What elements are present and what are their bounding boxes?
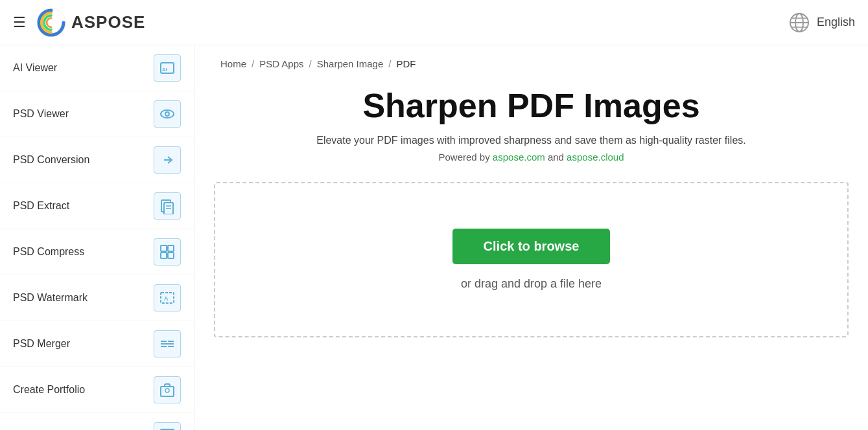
page-title: Sharpen PDF Images [220,87,842,124]
sidebar: AI Viewer AI PSD Viewer PSD Conversion [0,45,194,430]
sidebar-label-create-portfolio: Create Portfolio [13,384,85,396]
breadcrumb-sep-2: / [309,58,312,69]
psd-conversion-icon [154,146,181,174]
sidebar-item-psd-viewer[interactable]: PSD Viewer [0,91,194,137]
breadcrumb-current: PDF [396,58,416,69]
main-content: Home / PSD Apps / Sharpen Image / PDF Sh… [194,45,868,430]
svg-point-28 [165,389,169,392]
svg-text:AI: AI [162,67,167,73]
sidebar-label-psd-watermark: PSD Watermark [13,292,88,304]
svg-rect-16 [161,253,167,258]
powered-by: Powered by aspose.com and aspose.cloud [220,152,842,163]
psd-template-editor-icon [154,422,181,430]
sidebar-item-psd-compress[interactable]: PSD Compress [0,229,194,275]
svg-point-9 [165,112,169,116]
sidebar-item-psd-watermark[interactable]: PSD Watermark A [0,275,194,321]
sidebar-label-ai-viewer: AI Viewer [13,62,57,74]
sidebar-item-create-portfolio[interactable]: Create Portfolio [0,367,194,413]
svg-rect-14 [161,245,167,251]
sidebar-item-psd-merger[interactable]: PSD Merger [0,321,194,367]
drag-drop-text: or drag and drop a file here [461,277,602,291]
logo-area: ASPOSE [36,8,145,38]
sidebar-item-psd-extract[interactable]: PSD Extract [0,183,194,229]
logo-text: ASPOSE [71,12,145,32]
sidebar-label-psd-compress: PSD Compress [13,246,84,258]
psd-extract-icon [154,192,181,220]
powered-by-prefix: Powered by [438,152,492,163]
globe-icon [788,12,810,34]
breadcrumb-sep-1: / [252,58,254,69]
svg-text:A: A [164,295,169,302]
svg-point-8 [161,110,174,118]
language-label: English [817,16,855,29]
create-portfolio-icon [154,376,181,403]
psd-watermark-icon: A [154,284,181,311]
breadcrumb-psd-apps[interactable]: PSD Apps [259,58,303,69]
svg-rect-15 [168,245,174,251]
sidebar-item-ai-viewer[interactable]: AI Viewer AI [0,45,194,91]
psd-merger-icon [154,330,181,357]
ai-viewer-icon: AI [154,54,181,82]
psd-compress-icon [154,238,181,266]
aspose-cloud-link[interactable]: aspose.cloud [567,152,624,163]
drop-zone[interactable]: Click to browse or drag and drop a file … [214,182,849,337]
header-left: ☰ ASPOSE [13,8,145,38]
powered-by-and: and [545,152,567,163]
browse-button[interactable]: Click to browse [452,229,611,264]
language-selector[interactable]: English [788,12,855,34]
sidebar-item-psd-template-editor[interactable]: PSD Template Editor [0,413,194,430]
subtitle: Elevate your PDF images with improved sh… [220,135,842,146]
breadcrumb-home[interactable]: Home [220,58,246,69]
sidebar-label-psd-conversion: PSD Conversion [13,154,89,166]
breadcrumb: Home / PSD Apps / Sharpen Image / PDF [220,58,842,69]
sidebar-item-psd-conversion[interactable]: PSD Conversion [0,137,194,183]
aspose-logo-icon [36,8,66,38]
layout: AI Viewer AI PSD Viewer PSD Conversion [0,45,868,430]
breadcrumb-sharpen-image[interactable]: Sharpen Image [317,58,384,69]
sidebar-label-psd-merger: PSD Merger [13,338,70,350]
psd-viewer-icon [154,100,181,128]
aspose-com-link[interactable]: aspose.com [493,152,545,163]
sidebar-label-psd-viewer: PSD Viewer [13,108,69,120]
sidebar-label-psd-extract: PSD Extract [13,200,69,212]
breadcrumb-sep-3: / [388,58,391,69]
header: ☰ ASPOSE English [0,0,868,45]
svg-rect-17 [168,253,174,258]
hamburger-menu[interactable]: ☰ [13,14,26,31]
